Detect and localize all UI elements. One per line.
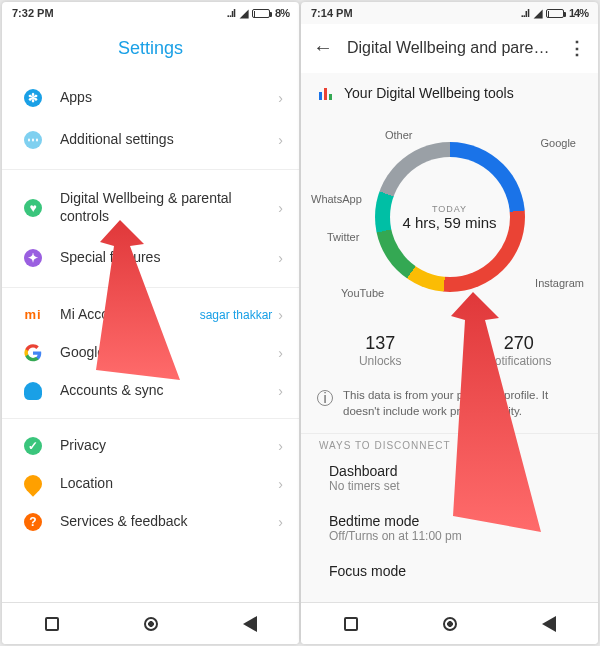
tools-label: Your Digital Wellbeing tools (344, 85, 514, 101)
privacy-icon: ✓ (24, 437, 42, 455)
screen-title: Digital Wellbeing and paren… (347, 39, 554, 57)
apps-icon: ✻ (24, 89, 42, 107)
wellbeing-screen: 7:14 PM ..ıl ◢ 14% ← Digital Wellbeing a… (301, 2, 598, 644)
settings-row-accounts[interactable]: Accounts & sync › (2, 372, 299, 410)
setting-sub: No timers set (329, 479, 570, 493)
signal-icon: ..ıl (227, 7, 235, 19)
row-label: Special features (46, 249, 278, 267)
setting-dashboard[interactable]: Dashboard No timers set (301, 453, 598, 503)
battery-icon (252, 9, 270, 18)
wifi-icon: ◢ (534, 7, 541, 20)
back-button[interactable] (243, 616, 257, 632)
row-label: Apps (46, 89, 278, 107)
chevron-right-icon: › (278, 476, 283, 492)
recents-button[interactable] (344, 617, 358, 631)
setting-title: Dashboard (329, 463, 570, 479)
special-icon: ✦ (24, 249, 42, 267)
row-side: sagar thakkar (200, 308, 273, 322)
row-label: Services & feedback (46, 513, 278, 531)
setting-title: Focus mode (329, 563, 570, 579)
row-label: Google (46, 344, 278, 362)
status-bar: 7:14 PM ..ıl ◢ 14% (301, 2, 598, 24)
segment-label-youtube: YouTube (341, 287, 384, 299)
nav-bar (2, 602, 299, 644)
status-time: 7:14 PM (311, 7, 353, 19)
tools-header: Your Digital Wellbeing tools (301, 73, 598, 107)
mi-icon: mi (24, 307, 41, 322)
chart-icon (319, 86, 332, 100)
battery-percent: 8% (275, 7, 289, 19)
home-button[interactable] (144, 617, 158, 631)
recents-button[interactable] (45, 617, 59, 631)
page-title: Settings (2, 24, 299, 77)
setting-title: Bedtime mode (329, 513, 570, 529)
settings-row-apps[interactable]: ✻ Apps › (2, 77, 299, 119)
chevron-right-icon: › (278, 514, 283, 530)
stat-label: Unlocks (311, 354, 450, 368)
duration-value: 4 hrs, 59 mins (402, 214, 496, 231)
google-icon (20, 344, 46, 362)
info-text: This data is from your personal profile.… (343, 388, 582, 419)
battery-percent: 14% (569, 7, 588, 19)
settings-row-privacy[interactable]: ✓ Privacy › (2, 427, 299, 465)
app-bar: ← Digital Wellbeing and paren… ⋮ (301, 24, 598, 73)
stat-value: 137 (311, 333, 450, 354)
chevron-right-icon: › (278, 90, 283, 106)
back-button[interactable] (542, 616, 556, 632)
setting-focus[interactable]: Focus mode (301, 553, 598, 589)
row-label: Additional settings (46, 131, 278, 149)
stat-value: 270 (450, 333, 589, 354)
settings-row-wellbeing[interactable]: ♥ Digital Wellbeing & parental controls … (2, 178, 299, 237)
back-icon[interactable]: ← (313, 36, 333, 59)
chevron-right-icon: › (278, 345, 283, 361)
row-label: Location (46, 475, 278, 493)
section-header: WAYS TO DISCONNECT (301, 433, 598, 453)
stats-row: 137 Unlocks 270 Notifications (301, 327, 598, 382)
chevron-right-icon: › (278, 438, 283, 454)
stat-label: Notifications (450, 354, 589, 368)
status-icons: ..ıl ◢ 8% (227, 7, 289, 20)
services-icon: ? (24, 513, 42, 531)
screen-time-chart[interactable]: TODAY 4 hrs, 59 mins Google Instagram Yo… (301, 107, 598, 327)
setting-sub: Off/Turns on at 11:00 pm (329, 529, 570, 543)
home-button[interactable] (443, 617, 457, 631)
additional-icon: ⋯ (24, 131, 42, 149)
chevron-right-icon: › (278, 200, 283, 216)
wifi-icon: ◢ (240, 7, 247, 20)
segment-label-other: Other (385, 129, 413, 141)
chevron-right-icon: › (278, 307, 283, 323)
stat-unlocks[interactable]: 137 Unlocks (311, 333, 450, 368)
row-label: Privacy (46, 437, 278, 455)
wellbeing-icon: ♥ (24, 199, 42, 217)
settings-row-mi-account[interactable]: mi Mi Account sagar thakkar › (2, 296, 299, 334)
settings-row-google[interactable]: Google › (2, 334, 299, 372)
info-note: i This data is from your personal profil… (301, 382, 598, 433)
status-icons: ..ıl ◢ 14% (521, 7, 588, 20)
settings-row-services[interactable]: ? Services & feedback › (2, 503, 299, 541)
row-label: Accounts & sync (46, 382, 278, 400)
row-label: Digital Wellbeing & parental controls (46, 190, 278, 225)
settings-row-additional[interactable]: ⋯ Additional settings › (2, 119, 299, 161)
settings-row-location[interactable]: Location › (2, 465, 299, 503)
stat-notifications[interactable]: 270 Notifications (450, 333, 589, 368)
segment-label-twitter: Twitter (327, 231, 359, 243)
segment-label-whatsapp: WhatsApp (311, 193, 362, 205)
settings-screen: 7:32 PM ..ıl ◢ 8% Settings ✻ Apps › ⋯ Ad… (2, 2, 299, 644)
status-time: 7:32 PM (12, 7, 54, 19)
divider (2, 169, 299, 170)
donut-chart: TODAY 4 hrs, 59 mins (375, 142, 525, 292)
location-icon (20, 471, 45, 496)
setting-bedtime[interactable]: Bedtime mode Off/Turns on at 11:00 pm (301, 503, 598, 553)
accounts-icon (24, 382, 42, 400)
more-icon[interactable]: ⋮ (568, 37, 586, 59)
segment-label-instagram: Instagram (535, 277, 584, 289)
row-label: Mi Account (46, 306, 200, 324)
signal-icon: ..ıl (521, 7, 529, 19)
battery-icon (546, 9, 564, 18)
settings-row-special[interactable]: ✦ Special features › (2, 237, 299, 279)
segment-label-google: Google (541, 137, 576, 149)
divider (2, 418, 299, 419)
chevron-right-icon: › (278, 383, 283, 399)
info-icon: i (317, 390, 333, 406)
chevron-right-icon: › (278, 250, 283, 266)
